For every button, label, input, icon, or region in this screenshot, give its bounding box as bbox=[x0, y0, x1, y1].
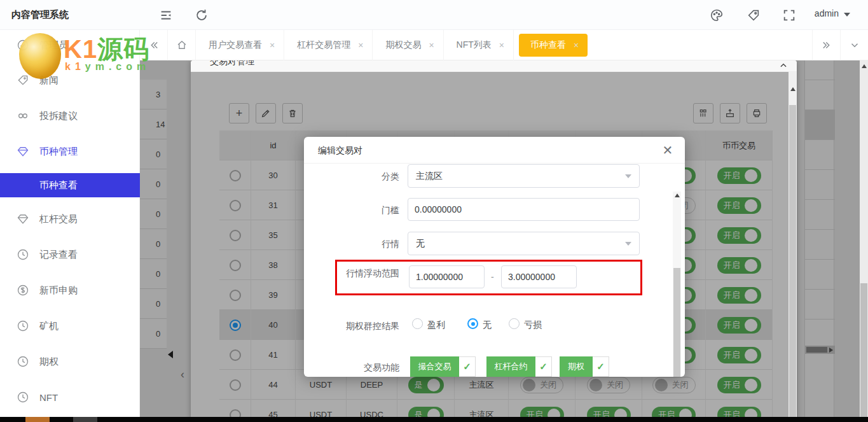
sidebar-item-3[interactable]: 投拆建议 bbox=[0, 104, 140, 127]
sidebar: 管理员新闻投拆建议币种管理币种查看杠杆交易记录查看新币申购矿机期权NFT bbox=[0, 30, 140, 417]
radio-1[interactable] bbox=[412, 318, 423, 329]
tab-label: NFT列表 bbox=[457, 39, 492, 51]
feature-label: 期权 bbox=[560, 356, 593, 377]
radio-label: 亏损 bbox=[524, 320, 542, 331]
field-label-market: 行情 bbox=[346, 237, 399, 250]
page-vscrollbar[interactable] bbox=[860, 60, 868, 417]
dialog-header: 交易对管理 bbox=[191, 60, 797, 72]
modal-title: 编辑交易对 bbox=[318, 145, 362, 157]
tab-label: 期权交易 bbox=[385, 39, 421, 51]
feature-toggle-1[interactable]: 撮合交易✓ bbox=[410, 356, 476, 377]
sidebar-item-11[interactable]: NFT bbox=[0, 386, 140, 409]
sidebar-item-1[interactable]: 管理员 bbox=[0, 34, 140, 57]
tabs-menu-icon[interactable] bbox=[840, 30, 868, 60]
market-select[interactable]: 无 bbox=[408, 232, 640, 255]
sidebar-item-label: 币种查看 bbox=[39, 179, 78, 192]
category-value: 主流区 bbox=[416, 171, 443, 182]
admin-label: admin bbox=[815, 8, 839, 18]
taskbar-app-grey bbox=[73, 417, 97, 422]
modal-header: 编辑交易对 ✕ bbox=[304, 137, 685, 164]
theme-palette-icon[interactable] bbox=[710, 8, 724, 22]
float-min-input[interactable] bbox=[409, 265, 485, 288]
tag-icon[interactable] bbox=[747, 8, 761, 22]
check-icon: ✓ bbox=[459, 356, 476, 377]
feature-toggle-3[interactable]: 期权✓ bbox=[560, 356, 609, 377]
field-label-category: 分类 bbox=[346, 170, 399, 183]
field-label-threshold: 门槛 bbox=[346, 204, 399, 216]
clock-icon bbox=[17, 248, 29, 261]
clock-icon bbox=[17, 320, 29, 332]
sidebar-item-5[interactable]: 币种查看 bbox=[0, 173, 140, 197]
admin-menu[interactable]: admin bbox=[815, 8, 850, 18]
feature-toggle-2[interactable]: 杠杆合约✓ bbox=[486, 356, 552, 377]
scroll-up-icon bbox=[862, 64, 867, 68]
gem-icon bbox=[17, 145, 29, 158]
sidebar-item-4[interactable]: 币种管理 bbox=[0, 140, 140, 163]
tab-label: 用户交易查看 bbox=[209, 39, 262, 51]
app-title: 内容管理系统 bbox=[11, 9, 69, 21]
clock-icon bbox=[17, 355, 29, 368]
modal-edit-pair: 编辑交易对 ✕ 分类 主流区 门槛 行情 无 行情浮动范围 - 期权群控结果 盈… bbox=[304, 137, 685, 377]
sidebar-item-2[interactable]: 新闻 bbox=[0, 69, 140, 92]
tab-list: 用户交易查看×杠杆交易管理×期权交易×NFT列表×币种查看× bbox=[196, 30, 593, 60]
sidebar-item-10[interactable]: 期权 bbox=[0, 350, 140, 373]
tab-label: 杠杆交易管理 bbox=[297, 39, 350, 51]
refresh-icon[interactable] bbox=[195, 8, 209, 22]
radio-3[interactable] bbox=[509, 318, 520, 329]
collapse-menu-icon[interactable] bbox=[159, 8, 173, 22]
sidebar-item-label: 币种管理 bbox=[39, 146, 78, 158]
modal-vscrollbar[interactable] bbox=[673, 192, 681, 377]
sidebar-item-label: 矿机 bbox=[39, 320, 59, 332]
sidebar-item-6[interactable]: 杠杆交易 bbox=[0, 207, 140, 230]
tab-3[interactable]: 期权交易× bbox=[373, 30, 443, 60]
dialog-vscrollbar[interactable] bbox=[789, 72, 797, 422]
dialog-title: 交易对管理 bbox=[210, 60, 254, 67]
sidebar-item-9[interactable]: 矿机 bbox=[0, 314, 140, 337]
radio-2[interactable] bbox=[467, 318, 478, 329]
category-select[interactable]: 主流区 bbox=[408, 164, 640, 188]
chevron-down-icon bbox=[625, 174, 631, 178]
feature-label: 撮合交易 bbox=[410, 356, 459, 377]
float-max-input[interactable] bbox=[501, 265, 577, 288]
check-circle-icon bbox=[17, 39, 29, 52]
tabbar: 用户交易查看×杠杆交易管理×期权交易×NFT列表×币种查看× bbox=[140, 30, 868, 60]
tabs-scroll-right-icon[interactable] bbox=[812, 30, 840, 60]
modal-vscroll-thumb bbox=[673, 268, 680, 377]
dollar-icon bbox=[17, 284, 29, 297]
dialog-vscroll-thumb bbox=[789, 105, 796, 417]
check-icon: ✓ bbox=[535, 356, 552, 377]
sidebar-item-label: NFT bbox=[39, 392, 58, 403]
page-vscroll-thumb bbox=[860, 283, 867, 417]
field-label-trade-features: 交易功能 bbox=[346, 361, 399, 374]
tab-4[interactable]: NFT列表× bbox=[444, 30, 514, 60]
sidebar-item-label: 投拆建议 bbox=[39, 110, 78, 122]
tab-1[interactable]: 用户交易查看× bbox=[196, 30, 284, 60]
chevron-down-icon bbox=[844, 13, 850, 17]
home-tab-icon[interactable] bbox=[168, 30, 196, 60]
close-icon[interactable]: ✕ bbox=[661, 143, 675, 157]
threshold-input[interactable] bbox=[408, 198, 640, 221]
fullscreen-icon[interactable] bbox=[782, 8, 796, 22]
sidebar-item-8[interactable]: 新币申购 bbox=[0, 279, 140, 302]
tab-close-icon[interactable]: × bbox=[270, 40, 275, 50]
field-label-option-control: 期权群控结果 bbox=[346, 320, 399, 332]
sidebar-item-label: 期权 bbox=[39, 356, 59, 368]
feature-label: 杠杆合约 bbox=[486, 356, 535, 377]
tabs-scroll-left-icon[interactable] bbox=[140, 30, 168, 60]
sidebar-item-label: 记录查看 bbox=[39, 249, 78, 261]
tab-close-icon[interactable]: × bbox=[358, 40, 363, 50]
tab-2[interactable]: 杠杆交易管理× bbox=[284, 30, 373, 60]
sidebar-item-label: 新闻 bbox=[39, 74, 59, 87]
gem-icon bbox=[17, 213, 29, 225]
tab-close-icon[interactable]: × bbox=[429, 40, 434, 50]
tab-5[interactable]: 币种查看× bbox=[519, 34, 588, 57]
scroll-up-icon bbox=[790, 87, 796, 91]
sidebar-item-7[interactable]: 记录查看 bbox=[0, 243, 140, 266]
dialog-collapse-icon[interactable] bbox=[779, 61, 788, 70]
range-separator: - bbox=[491, 272, 494, 282]
radio-label: 盈利 bbox=[427, 320, 445, 331]
chevron-down-icon bbox=[625, 242, 631, 246]
tag-icon bbox=[17, 74, 29, 87]
tab-close-icon[interactable]: × bbox=[499, 40, 504, 50]
tab-close-icon[interactable]: × bbox=[574, 40, 579, 50]
